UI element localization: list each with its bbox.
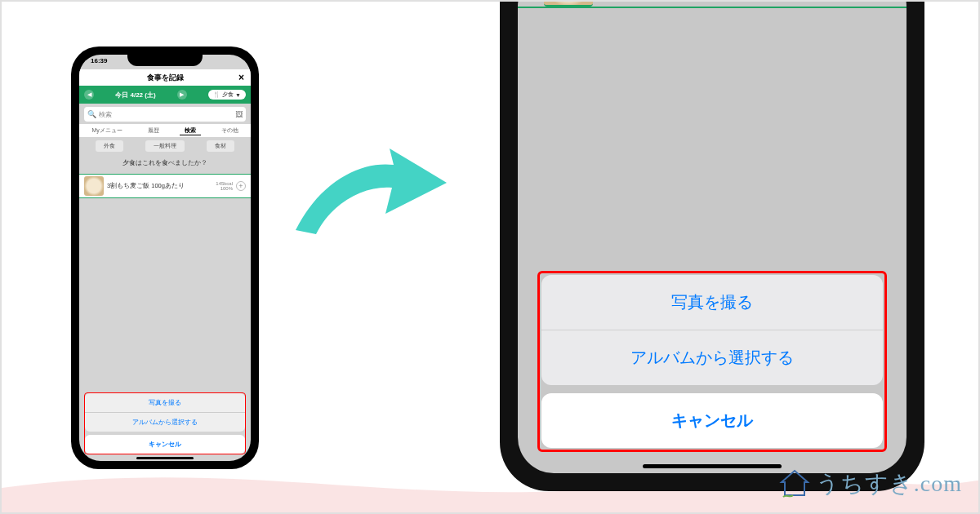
phone-mockup-right: 写真を撮る アルバムから選択する キャンセル (500, 0, 924, 491)
take-photo-button[interactable]: 写真を撮る (85, 393, 245, 413)
date-meal-bar: ◀ 今日 4/22 (土) ▶ 🍴 夕食 ▼ (79, 86, 251, 104)
page-title: 食事を記録 (147, 73, 184, 83)
action-sheet-group: 写真を撮る アルバムから選択する (85, 393, 245, 432)
food-thumbnail-zoom (544, 0, 593, 7)
choose-album-button-zoom[interactable]: アルバムから選択する (541, 330, 883, 385)
chip-general[interactable]: 一般料理 (145, 140, 185, 152)
titlebar: 食事を記録 × (79, 69, 251, 86)
choose-album-button[interactable]: アルバムから選択する (85, 413, 245, 432)
cancel-button[interactable]: キャンセル (85, 435, 245, 454)
utensils-icon: 🍴 (213, 91, 220, 98)
meal-selector[interactable]: 🍴 夕食 ▼ (208, 90, 246, 100)
close-icon[interactable]: × (238, 72, 244, 83)
photo-search-icon[interactable]: 🖼 (235, 110, 243, 118)
action-sheet-highlight-right: 写真を撮る アルバムから選択する キャンセル (537, 271, 887, 452)
cancel-button-zoom[interactable]: キャンセル (541, 393, 883, 448)
tab-other[interactable]: その他 (216, 126, 243, 135)
tab-history[interactable]: 履歴 (143, 126, 164, 135)
home-indicator (136, 457, 194, 459)
watermark-text: うちすき.com (816, 468, 962, 499)
tab-mymenu[interactable]: Myメニュー (87, 126, 127, 135)
action-sheet-group-zoom: 写真を撮る アルバムから選択する (541, 275, 883, 385)
screen-right: 写真を撮る アルバムから選択する キャンセル (518, 0, 906, 473)
row-divider (518, 7, 906, 8)
prev-day-button[interactable]: ◀ (84, 90, 94, 100)
chip-ingredient[interactable]: 食材 (207, 140, 234, 152)
search-input[interactable]: 検索 (96, 110, 235, 119)
filter-chips: 外食 一般料理 食材 (79, 140, 251, 152)
take-photo-button-zoom[interactable]: 写真を撮る (541, 275, 883, 330)
status-time: 16:39 (91, 57, 107, 64)
tab-search[interactable]: 検索 (180, 126, 201, 135)
suggestion-prompt: 夕食はこれを食べましたか？ (79, 159, 251, 167)
phone-mockup-left: 16:39 食事を記録 × ◀ 今日 4/22 (土) ▶ 🍴 夕食 ▼ 🔍 検… (71, 47, 259, 469)
food-name: 3割もち麦ご飯 100gあたり (107, 182, 212, 190)
search-bar[interactable]: 🔍 検索 🖼 (84, 107, 246, 122)
transition-arrow (287, 132, 451, 246)
search-icon: 🔍 (87, 110, 96, 118)
food-kcal: 145kcal 100% (216, 181, 233, 191)
date-label[interactable]: 今日 4/22 (土) (115, 91, 155, 100)
screen-left: 16:39 食事を記録 × ◀ 今日 4/22 (土) ▶ 🍴 夕食 ▼ 🔍 検… (79, 55, 251, 461)
category-tabs: Myメニュー 履歴 検索 その他 (79, 124, 251, 137)
food-thumbnail (84, 176, 104, 196)
meal-label: 夕食 (222, 91, 234, 99)
chip-eatout[interactable]: 外食 (96, 140, 123, 152)
action-sheet-highlight-left: 写真を撮る アルバムから選択する キャンセル (84, 392, 246, 454)
chevron-down-icon: ▼ (235, 92, 241, 98)
add-food-button[interactable]: + (236, 181, 246, 191)
house-logo-icon (778, 467, 811, 500)
home-indicator-zoom (643, 464, 782, 468)
next-day-button[interactable]: ▶ (177, 90, 187, 100)
notch (127, 55, 203, 66)
site-watermark: うちすき.com (778, 467, 962, 500)
food-suggestion-row[interactable]: 3割もち麦ご飯 100gあたり 145kcal 100% + (79, 174, 251, 198)
